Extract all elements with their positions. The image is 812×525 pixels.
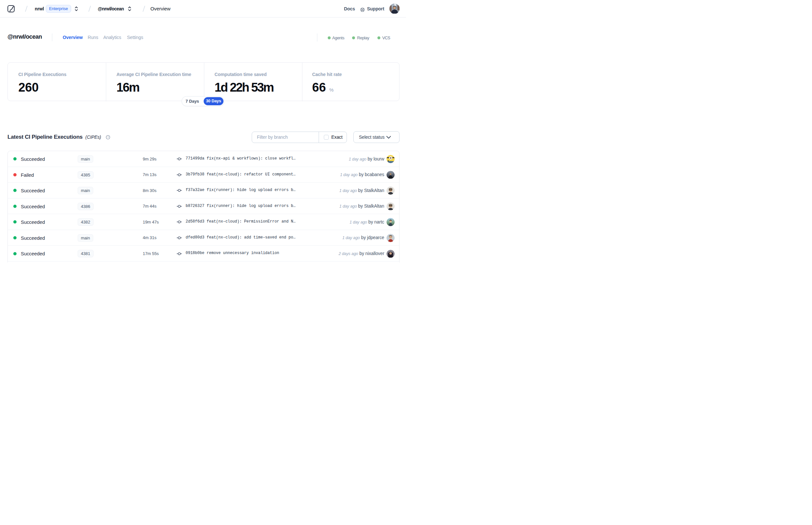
svg-text:?: ? — [107, 136, 108, 139]
